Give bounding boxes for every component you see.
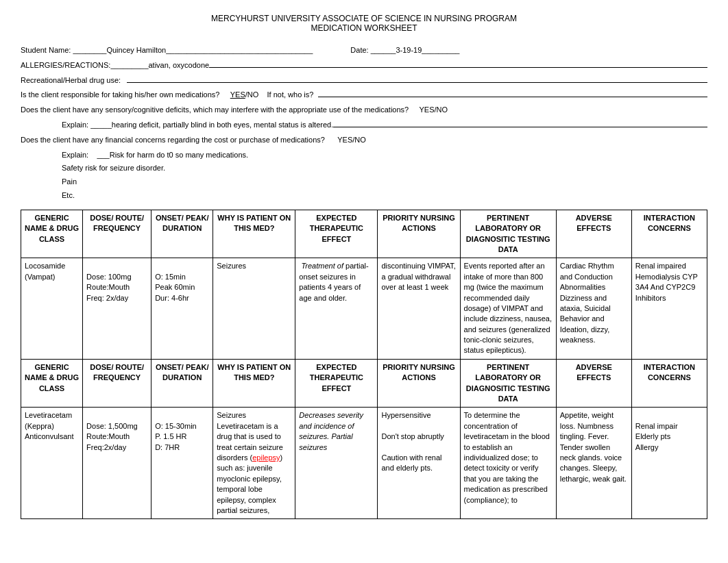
row2-priority: Hypersensitive Don't stop abruptly Cauti… — [378, 408, 460, 519]
responsible-field — [318, 97, 707, 97]
financial-explain-label: Explain: — [62, 151, 88, 159]
row2-dose-text: Dose: 1,500mg Route:Mouth Freq:2x/day — [86, 422, 138, 451]
th-pertinent: PERTINENT LABORATORY OR DIAGNOSITIC TEST… — [460, 210, 556, 258]
row1-expected: Treatment of partial-onset seizures in p… — [295, 258, 378, 360]
row2-dose: Dose: 1,500mg Route:Mouth Freq:2x/day — [83, 408, 151, 519]
th-adverse: ADVERSE EFFECTS — [556, 210, 631, 258]
row2-why-epilepsy: epilepsy — [252, 453, 280, 462]
table-header-row-2: GENERIC NAME & DRUG CLASS DOSE/ ROUTE/ F… — [21, 359, 707, 408]
row1-generic-text: Locosamide (Vampat) — [25, 262, 65, 280]
row2-onset: O: 15-30min P. 1.5 HR D: 7HR — [151, 408, 213, 519]
th-priority: PRIORITY NURSING ACTIONS — [378, 210, 460, 258]
sensory-line: Does the client have any sensory/cogniti… — [21, 103, 707, 117]
sensory-answer: YES/NO — [419, 103, 448, 117]
table-row-2: Levetiracetam (Keppra) Anticonvulsant Do… — [21, 408, 707, 519]
header-title-line1: MERCYHURST UNIVERSITY ASSOCIATE OF SCIEN… — [21, 14, 707, 23]
th-expected: EXPECTED THERAPEUTIC EFFECT — [295, 210, 378, 258]
student-name-value: Quincey Hamilton — [106, 44, 166, 58]
header-title-line2: MEDICATION WORKSHEET — [21, 23, 707, 33]
responsible-yes: YES — [230, 88, 245, 102]
th2-onset: ONSET/ PEAK/ DURATION — [151, 359, 213, 408]
recreational-line-fill — [127, 82, 707, 83]
row1-dose: Dose: 100mg Route:Mouth Freq: 2x/day — [83, 258, 151, 360]
th2-generic: GENERIC NAME & DRUG CLASS — [21, 359, 83, 408]
row1-priority-text: discontinuing VIMPAT, a gradual withdraw… — [381, 262, 455, 291]
row2-generic: Levetiracetam (Keppra) Anticonvulsant — [21, 408, 83, 519]
row2-pertinent: To determine the concentration of leveti… — [460, 408, 556, 519]
row2-pertinent-text: To determine the concentration of leveti… — [464, 411, 550, 503]
row1-onset-text: O: 15min Peak 60min Dur: 4-6hr — [155, 273, 195, 302]
th2-adverse: ADVERSE EFFECTS — [556, 359, 631, 408]
row1-interaction-text: Renal impaired Hemodialysis CYP 3A4 And … — [635, 262, 698, 301]
date-label: Date: — [350, 44, 368, 58]
row2-priority-line2: Don't stop abruptly — [381, 431, 456, 442]
sensory-explain-fill — [333, 127, 707, 127]
row2-why-rest: ) such as: juvenile myoclonic epilepsy, … — [217, 453, 282, 514]
responsible-if-not: If not, who is? — [267, 88, 314, 102]
financial-explain-line1: ___Risk for harm do t0 so many medicatio… — [97, 151, 248, 159]
date-suffix: _________ — [422, 44, 459, 58]
financial-explain-line3: Pain — [62, 175, 707, 189]
financial-answer: YES/NO — [337, 134, 366, 147]
table-header-row: GENERIC NAME & DRUG CLASS DOSE/ ROUTE/ F… — [21, 210, 707, 258]
student-label: Student Name: — [21, 44, 71, 58]
recreational-line: Recreational/Herbal drug use: — [21, 74, 707, 88]
info-section: Student Name: ________Quincey Hamilton__… — [21, 44, 707, 203]
financial-text: Does the client have any financial conce… — [21, 134, 325, 147]
sensory-explain-line: Explain: _____hearing deficit, partially… — [62, 118, 707, 132]
th-generic: GENERIC NAME & DRUG CLASS — [21, 210, 83, 258]
row1-generic: Locosamide (Vampat) — [21, 258, 83, 360]
row1-priority: discontinuing VIMPAT, a gradual withdraw… — [378, 258, 460, 360]
student-name-prefix: ________ — [73, 44, 106, 58]
th2-why: WHY IS PATIENT ON THIS MED? — [213, 359, 295, 408]
medication-table: GENERIC NAME & DRUG CLASS DOSE/ ROUTE/ F… — [21, 210, 707, 520]
date-prefix: ______ — [371, 44, 396, 58]
row1-onset: O: 15min Peak 60min Dur: 4-6hr — [151, 258, 213, 360]
financial-explain-line4: Etc. — [62, 189, 707, 203]
row2-interaction-text: Renal impair Elderly pts Allergy — [635, 422, 678, 451]
financial-explain-line2: Safety risk for seizure disorder. — [62, 162, 707, 175]
row2-generic-name: Levetiracetam (Keppra) — [25, 410, 79, 431]
th2-expected: EXPECTED THERAPEUTIC EFFECT — [295, 359, 378, 408]
row1-interaction: Renal impaired Hemodialysis CYP 3A4 And … — [631, 258, 707, 360]
sensory-explain-value: _____hearing deficit, partially blind in… — [90, 118, 333, 132]
th-onset: ONSET/ PEAK/ DURATION — [151, 210, 213, 258]
row1-expected-prefix: Treatment of — [299, 262, 343, 270]
sensory-explain-label: Explain: — [62, 118, 88, 132]
row1-why-text: Seizures — [217, 262, 246, 270]
student-name-suffix: ___________________________________ — [166, 44, 313, 58]
row2-adverse: Appetite, weight loss. Numbness tingling… — [556, 408, 631, 519]
th-why: WHY IS PATIENT ON THIS MED? — [213, 210, 295, 258]
recreational-label: Recreational/Herbal drug use: — [21, 74, 121, 88]
responsible-line: Is the client responsible for taking his… — [21, 88, 707, 102]
row2-why: Seizures Levetiracetam is a drug that is… — [213, 408, 295, 519]
responsible-no: NO — [247, 88, 259, 102]
row1-adverse-text: Cardiac Rhythm and Conduction Abnormalit… — [560, 262, 614, 344]
row2-expected: Decreases severity and incidence of seiz… — [295, 408, 378, 519]
allergies-prefix: _________ — [110, 59, 148, 73]
row2-adverse-text: Appetite, weight loss. Numbness tingling… — [560, 411, 627, 482]
th-dose: DOSE/ ROUTE/ FREQUENCY — [83, 210, 151, 258]
row1-dose-text: Dose: 100mg Route:Mouth Freq: 2x/day — [86, 273, 131, 302]
page-header: MERCYHURST UNIVERSITY ASSOCIATE OF SCIEN… — [21, 14, 707, 33]
allergies-line: ALLERGIES/REACTIONS:_________ativan, oxy… — [21, 59, 707, 73]
sensory-text: Does the client have any sensory/cogniti… — [21, 103, 409, 117]
row2-priority-line3: Caution with renal and elderly pts. — [381, 453, 456, 474]
th2-pertinent: PERTINENT LABORATORY OR DIAGNOSITIC TEST… — [460, 359, 556, 408]
row1-adverse: Cardiac Rhythm and Conduction Abnormalit… — [556, 258, 631, 360]
row2-priority-line1: Hypersensitive — [381, 410, 456, 421]
financial-explain-label-line: Explain: ___Risk for harm do t0 so many … — [62, 149, 707, 162]
financial-explain: Explain: ___Risk for harm do t0 so many … — [62, 149, 707, 203]
row2-interaction: Renal impair Elderly pts Allergy — [631, 408, 707, 519]
row1-pertinent: Events reported after an intake of more … — [460, 258, 556, 360]
row2-onset-text: O: 15-30min P. 1.5 HR D: 7HR — [155, 422, 197, 451]
financial-line: Does the client have any financial conce… — [21, 134, 707, 147]
row1-why: Seizures — [213, 258, 295, 360]
allergies-line-fill — [209, 67, 707, 68]
student-name-line: Student Name: ________Quincey Hamilton__… — [21, 44, 707, 58]
responsible-text: Is the client responsible for taking his… — [21, 88, 219, 102]
allergies-value: ativan, oxycodone — [149, 59, 210, 73]
table-row-1: Locosamide (Vampat) Dose: 100mg Route:Mo… — [21, 258, 707, 360]
row1-pertinent-text: Events reported after an intake of more … — [464, 262, 552, 354]
th-interaction: INTERACTION CONCERNS — [631, 210, 707, 258]
